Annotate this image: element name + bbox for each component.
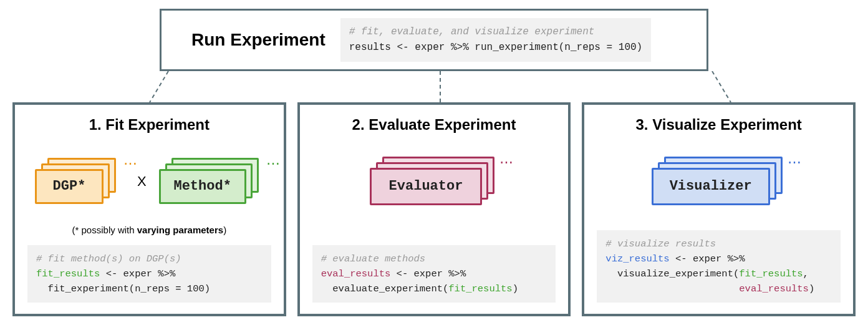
dots-icon: ⋯ (788, 154, 804, 170)
dots-icon: ⋯ (266, 155, 282, 172)
svg-line-2 (712, 71, 731, 102)
viz-cards: Visualizer ⋯ (597, 147, 841, 216)
eval-code: # evaluate methods eval_results <- exper… (312, 245, 556, 303)
eval-title: 2. Evaluate Experiment (312, 116, 556, 134)
dots-icon: ⋯ (499, 154, 516, 170)
method-card-stack: Method* ⋯ (159, 158, 264, 205)
evaluate-experiment-panel: 2. Evaluate Experiment Evaluator ⋯ # eva… (297, 102, 571, 316)
method-card: Method* (159, 169, 246, 204)
viz-title: 3. Visualize Experiment (597, 116, 841, 134)
viz-code: # visualize results viz_results <- exper… (597, 230, 841, 303)
run-experiment-title: Run Experiment (173, 30, 326, 50)
multiply-symbol: X (137, 173, 147, 190)
dots-icon: ⋯ (123, 155, 140, 172)
connector-lines (6, 71, 862, 102)
code-line: results <- exper %>% run_experiment(n_re… (349, 42, 642, 53)
fit-cards: DGP* ⋯ X Method* ⋯ (27, 147, 271, 216)
eval-cards: Evaluator ⋯ (312, 147, 556, 216)
dgp-card: DGP* (35, 169, 104, 204)
visualizer-card-stack: Visualizer ⋯ (652, 157, 786, 206)
evaluator-card-stack: Evaluator ⋯ (370, 157, 498, 206)
code-comment: # fit, evaluate, and visualize experimen… (349, 26, 595, 37)
dgp-card-stack: DGP* ⋯ (35, 158, 125, 205)
fit-title: 1. Fit Experiment (27, 116, 271, 134)
visualize-experiment-panel: 3. Visualize Experiment Visualizer ⋯ # v… (582, 102, 856, 316)
evaluator-card: Evaluator (370, 168, 482, 205)
visualizer-card: Visualizer (652, 168, 770, 205)
fit-footnote: (* possibly with varying parameters) (27, 225, 271, 235)
run-experiment-code: # fit, evaluate, and visualize experimen… (340, 18, 651, 62)
fit-experiment-panel: 1. Fit Experiment DGP* ⋯ X Method* ⋯ (* … (12, 102, 286, 316)
fit-code: # fit method(s) on DGP(s) fit_results <-… (27, 245, 271, 303)
svg-line-0 (150, 71, 168, 102)
run-experiment-box: Run Experiment # fit, evaluate, and visu… (160, 9, 708, 71)
panels-row: 1. Fit Experiment DGP* ⋯ X Method* ⋯ (* … (6, 102, 862, 316)
